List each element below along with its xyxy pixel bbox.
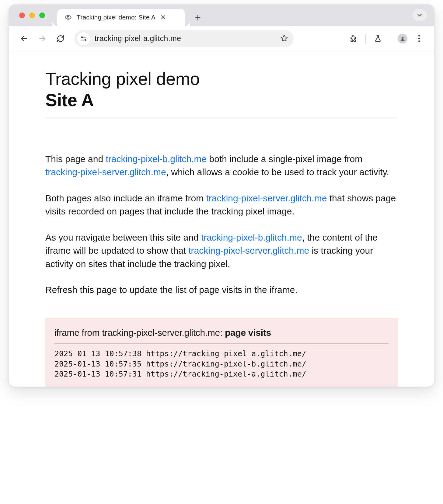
address-bar[interactable]: tracking-pixel-a.glitch.me <box>75 30 294 47</box>
toolbar: tracking-pixel-a.glitch.me <box>9 26 434 51</box>
text: both include a single-pixel image from <box>207 154 362 164</box>
extensions-button[interactable] <box>346 31 361 46</box>
visit-log: 2025-01-13 10:57:38 https://tracking-pix… <box>54 349 389 379</box>
svg-point-7 <box>82 36 83 38</box>
link-server[interactable]: tracking-pixel-server.glitch.me <box>188 245 309 255</box>
text-strong: page visits <box>225 328 271 338</box>
close-tab-button[interactable] <box>160 15 166 20</box>
link-server[interactable]: tracking-pixel-server.glitch.me <box>206 193 327 203</box>
svg-point-0 <box>67 16 69 18</box>
iframe-panel: iframe from tracking-pixel-server.glitch… <box>45 318 398 387</box>
site-info-button[interactable] <box>77 32 90 45</box>
paragraph-1: This page and tracking-pixel-b.glitch.me… <box>45 152 398 179</box>
svg-point-12 <box>402 37 404 39</box>
text: As you navigate between this site and <box>45 232 201 242</box>
back-button[interactable] <box>17 31 31 46</box>
forward-button[interactable] <box>35 31 50 46</box>
text: Both pages also include an iframe from <box>45 193 206 203</box>
new-tab-button[interactable] <box>191 11 204 24</box>
zoom-window-button[interactable] <box>39 12 45 18</box>
tab-title: Tracking pixel demo: Site A <box>77 14 155 21</box>
url-text: tracking-pixel-a.glitch.me <box>95 34 181 43</box>
page-content: Tracking pixel demo Site A This page and… <box>9 51 434 387</box>
paragraph-4: Refresh this page to update the list of … <box>45 283 398 297</box>
divider <box>54 343 389 344</box>
minimize-window-button[interactable] <box>29 12 35 18</box>
body-text: This page and tracking-pixel-b.glitch.me… <box>45 152 398 297</box>
page-title: Tracking pixel demo Site A <box>45 68 398 111</box>
profile-button[interactable] <box>395 31 410 46</box>
avatar-icon <box>398 34 407 43</box>
window-controls <box>14 5 57 26</box>
labs-button[interactable] <box>371 31 385 46</box>
chrome-menu-button[interactable] <box>412 31 426 46</box>
paragraph-3: As you navigate between this site and tr… <box>45 231 398 271</box>
close-window-button[interactable] <box>19 12 25 18</box>
reload-button[interactable] <box>53 31 68 46</box>
iframe-title: iframe from tracking-pixel-server.glitch… <box>54 328 389 338</box>
svg-marker-11 <box>281 35 288 41</box>
bookmark-button[interactable] <box>280 34 288 43</box>
divider <box>45 119 398 119</box>
eye-icon <box>65 14 72 21</box>
link-server[interactable]: tracking-pixel-server.glitch.me <box>45 167 166 177</box>
tab-search-button[interactable] <box>412 9 427 21</box>
divider <box>365 34 366 43</box>
link-site-b[interactable]: tracking-pixel-b.glitch.me <box>106 154 207 164</box>
browser-window: Tracking pixel demo: Site A <box>9 4 434 387</box>
browser-tab[interactable]: Tracking pixel demo: Site A <box>57 9 185 26</box>
text: This page and <box>45 154 106 164</box>
divider <box>390 34 390 43</box>
kebab-icon <box>418 35 420 42</box>
text: , which allows a cookie to be used to tr… <box>166 167 389 177</box>
title-line-1: Tracking pixel demo <box>45 69 200 89</box>
svg-point-9 <box>85 39 86 40</box>
tab-strip: Tracking pixel demo: Site A <box>9 5 434 26</box>
link-site-b[interactable]: tracking-pixel-b.glitch.me <box>201 232 302 242</box>
title-line-2: Site A <box>45 90 398 110</box>
paragraph-2: Both pages also include an iframe from t… <box>45 192 398 218</box>
text: iframe from tracking-pixel-server.glitch… <box>54 328 225 338</box>
